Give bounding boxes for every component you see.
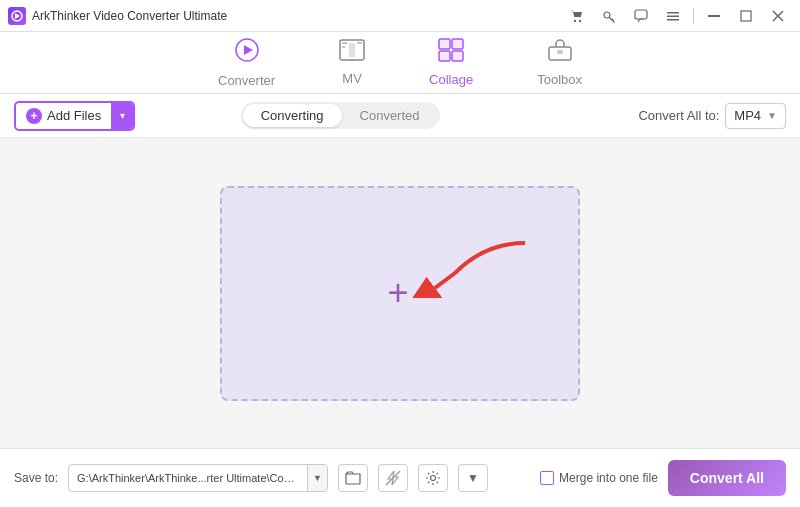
svg-rect-20 [452, 51, 463, 61]
svg-rect-9 [708, 15, 720, 17]
svg-point-4 [604, 12, 610, 18]
svg-rect-5 [635, 10, 647, 19]
nav-bar: Converter MV Collage Toolbox [0, 32, 800, 94]
title-bar-controls [563, 5, 792, 27]
app-icon [8, 7, 26, 25]
svg-marker-14 [244, 45, 253, 55]
red-arrow-indicator [405, 238, 535, 298]
converting-converted-tabs: Converting Converted [241, 102, 440, 129]
toolbox-icon [547, 38, 573, 68]
svg-point-3 [579, 19, 581, 21]
lightning-off-button[interactable] [378, 464, 408, 492]
title-bar: ArkThinker Video Converter Ultimate [0, 0, 800, 32]
more-options-button[interactable]: ▼ [458, 464, 488, 492]
key-icon[interactable] [595, 5, 623, 27]
collage-label: Collage [429, 72, 473, 87]
convert-all-to-section: Convert All to: MP4 ▼ [638, 103, 786, 129]
open-folder-button[interactable] [338, 464, 368, 492]
format-dropdown[interactable]: MP4 ▼ [725, 103, 786, 129]
converter-icon [234, 37, 260, 69]
save-path-dropdown[interactable]: ▼ [307, 465, 327, 491]
add-files-label: Add Files [47, 108, 101, 123]
close-button[interactable] [764, 5, 792, 27]
format-dropdown-arrow: ▼ [767, 110, 777, 121]
save-to-label: Save to: [14, 471, 58, 485]
add-files-main[interactable]: + Add Files [16, 103, 111, 129]
menu-icon[interactable] [659, 5, 687, 27]
svg-rect-7 [667, 15, 679, 17]
svg-rect-10 [741, 11, 751, 21]
add-files-dropdown-arrow[interactable]: ▾ [111, 103, 133, 129]
chevron-down-icon: ▼ [467, 471, 479, 485]
mv-label: MV [342, 71, 362, 86]
svg-rect-6 [667, 12, 679, 14]
svg-point-26 [431, 476, 436, 481]
title-bar-left: ArkThinker Video Converter Ultimate [8, 7, 227, 25]
convert-all-button[interactable]: Convert All [668, 460, 786, 496]
separator [693, 8, 694, 24]
svg-rect-16 [349, 43, 355, 57]
merge-label: Merge into one file [559, 471, 658, 485]
chat-icon[interactable] [627, 5, 655, 27]
svg-rect-17 [439, 39, 450, 49]
tab-toolbox[interactable]: Toolbox [525, 32, 594, 93]
drop-zone[interactable]: + [220, 186, 580, 401]
add-files-button[interactable]: + Add Files ▾ [14, 101, 135, 131]
converted-tab[interactable]: Converted [342, 104, 438, 127]
svg-point-2 [574, 19, 576, 21]
add-files-plus-icon: + [26, 108, 42, 124]
svg-rect-22 [557, 50, 563, 54]
tab-converter[interactable]: Converter [206, 31, 287, 94]
svg-marker-1 [15, 13, 20, 19]
selected-format: MP4 [734, 108, 761, 123]
converter-label: Converter [218, 73, 275, 88]
main-content: + [0, 138, 800, 448]
cart-icon[interactable] [563, 5, 591, 27]
save-path-text: G:\ArkThinker\ArkThinke...rter Ultimate\… [69, 472, 307, 484]
convert-all-to-label: Convert All to: [638, 108, 719, 123]
app-title: ArkThinker Video Converter Ultimate [32, 9, 227, 23]
converting-tab[interactable]: Converting [243, 104, 342, 127]
toolbox-label: Toolbox [537, 72, 582, 87]
minimize-button[interactable] [700, 5, 728, 27]
toolbar: + Add Files ▾ Converting Converted Conve… [0, 94, 800, 138]
merge-checkbox-box[interactable] [540, 471, 554, 485]
svg-rect-18 [452, 39, 463, 49]
merge-into-one-file[interactable]: Merge into one file [540, 471, 658, 485]
bottom-bar: Save to: G:\ArkThinker\ArkThinke...rter … [0, 448, 800, 507]
mv-icon [339, 39, 365, 67]
tab-collage[interactable]: Collage [417, 32, 485, 93]
svg-rect-19 [439, 51, 450, 61]
tab-mv[interactable]: MV [327, 33, 377, 92]
svg-rect-8 [667, 19, 679, 21]
collage-icon [438, 38, 464, 68]
save-path-box[interactable]: G:\ArkThinker\ArkThinke...rter Ultimate\… [68, 464, 328, 492]
settings-button[interactable] [418, 464, 448, 492]
maximize-button[interactable] [732, 5, 760, 27]
